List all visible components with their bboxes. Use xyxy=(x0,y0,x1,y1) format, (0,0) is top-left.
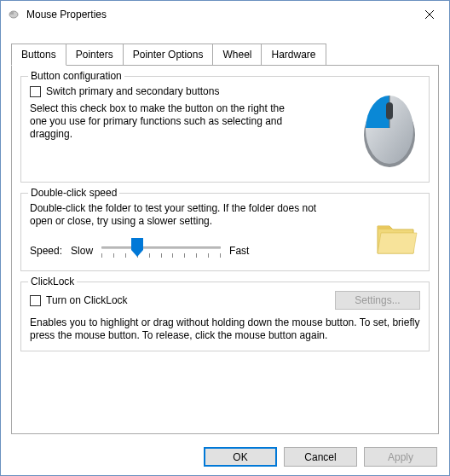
tab-hardware[interactable]: Hardware xyxy=(261,44,326,65)
double-click-description: Double-click the folder to test your set… xyxy=(30,202,328,228)
cancel-button[interactable]: Cancel xyxy=(284,447,357,467)
close-button[interactable] xyxy=(410,1,449,28)
group-legend: ClickLock xyxy=(28,276,77,287)
clicklock-checkbox[interactable] xyxy=(30,295,41,306)
svg-rect-4 xyxy=(386,102,393,119)
content-area: Buttons Pointers Pointer Options Wheel H… xyxy=(1,28,449,441)
group-double-click-speed: Double-click speed Double-click the fold… xyxy=(20,193,430,271)
tab-pointers[interactable]: Pointers xyxy=(66,44,124,65)
clicklock-settings-button: Settings... xyxy=(335,291,420,310)
mouse-diagram xyxy=(359,85,420,173)
group-button-configuration: Button configuration Switch primary and … xyxy=(20,76,430,183)
group-legend: Double-click speed xyxy=(28,187,119,199)
speed-label: Speed: xyxy=(30,245,62,257)
window-title: Mouse Properties xyxy=(26,9,410,20)
test-folder-icon[interactable] xyxy=(372,214,420,262)
switch-buttons-checkbox[interactable] xyxy=(30,86,41,97)
apply-button: Apply xyxy=(364,447,437,467)
switch-buttons-description: Select this check box to make the button… xyxy=(30,102,286,141)
tab-strip: Buttons Pointers Pointer Options Wheel H… xyxy=(11,44,439,66)
clicklock-description: Enables you to highlight or drag without… xyxy=(30,316,420,342)
switch-buttons-label: Switch primary and secondary buttons xyxy=(46,85,219,97)
tab-buttons[interactable]: Buttons xyxy=(11,44,66,66)
ok-button[interactable]: OK xyxy=(204,447,277,467)
group-clicklock: ClickLock Turn on ClickLock Settings... … xyxy=(20,282,430,351)
clicklock-label: Turn on ClickLock xyxy=(46,294,128,306)
group-legend: Button configuration xyxy=(28,70,124,82)
close-icon xyxy=(425,10,434,19)
double-click-speed-slider[interactable] xyxy=(101,240,221,262)
fast-label: Fast xyxy=(229,245,249,257)
slow-label: Slow xyxy=(71,245,93,257)
dialog-buttons: OK Cancel Apply xyxy=(204,447,437,467)
mouse-icon xyxy=(8,9,21,20)
tab-wheel[interactable]: Wheel xyxy=(212,44,262,65)
tab-pointer-options[interactable]: Pointer Options xyxy=(123,44,214,65)
mouse-properties-window: Mouse Properties Buttons Pointers Pointe… xyxy=(0,0,450,476)
tab-panel: Button configuration Switch primary and … xyxy=(11,66,439,434)
slider-thumb[interactable] xyxy=(131,238,143,253)
titlebar: Mouse Properties xyxy=(1,1,449,28)
